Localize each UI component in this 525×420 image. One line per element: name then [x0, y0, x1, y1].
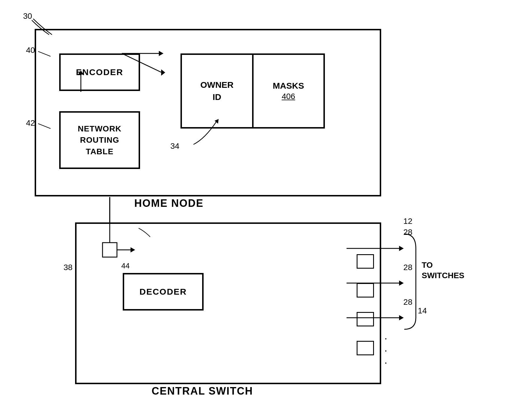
ref-12: 12	[403, 217, 412, 226]
owner-id-box: OWNERID	[182, 55, 254, 127]
encoder-label: ENCODER	[76, 67, 123, 77]
port-row-3	[357, 309, 380, 329]
port-box-1	[357, 254, 374, 269]
ref-28-bot: 28	[403, 298, 412, 307]
encoder-box: ENCODER	[59, 53, 140, 91]
ref-28-top: 28	[403, 228, 412, 237]
port-box-2	[357, 283, 374, 298]
nrt-box: NETWORKROUTINGTABLE	[59, 111, 140, 169]
central-switch-label: CENTRAL SWITCH	[152, 385, 253, 397]
nrt-label: NETWORKROUTINGTABLE	[78, 123, 122, 157]
decoder-box: DECODER	[123, 273, 204, 311]
ports-container	[357, 247, 380, 363]
ref-34: 34	[170, 142, 179, 151]
port-row-1	[357, 251, 380, 272]
port-box-4	[357, 341, 374, 355]
home-node-label: HOME NODE	[134, 197, 204, 209]
svg-marker-16	[399, 280, 404, 286]
decoder-label: DECODER	[139, 287, 187, 297]
home-node-box: ENCODER NETWORKROUTINGTABLE OWNERID MASK…	[35, 29, 381, 196]
diagram-container: 30 ENCODER NETWORKROUTINGTABLE OWNERID M…	[17, 12, 508, 408]
port-row-4	[357, 338, 380, 358]
dots: ···	[384, 332, 388, 369]
port-box-3	[357, 312, 374, 326]
ref-44: 44	[121, 261, 130, 270]
ref-38: 38	[64, 263, 72, 272]
ref-40: 40	[26, 46, 35, 55]
svg-marker-19	[399, 315, 404, 320]
ref-42: 42	[26, 118, 35, 128]
svg-marker-13	[399, 246, 404, 251]
port-row-2	[357, 280, 380, 300]
home-data-box: OWNERID MASKS 406	[180, 53, 325, 129]
masks-num: 406	[282, 92, 295, 101]
masks-box: MASKS 406	[254, 55, 324, 127]
owner-id-label: OWNERID	[200, 79, 234, 103]
ref-28-mid: 28	[403, 263, 412, 272]
ref-30: 30	[23, 12, 32, 21]
ref-14: 14	[418, 306, 427, 315]
to-switches-label: TOSWITCHES	[422, 260, 464, 281]
masks-label: MASKS	[273, 81, 304, 91]
central-switch-box: DECODER 44 CENTRAL SWITCH	[75, 222, 381, 384]
